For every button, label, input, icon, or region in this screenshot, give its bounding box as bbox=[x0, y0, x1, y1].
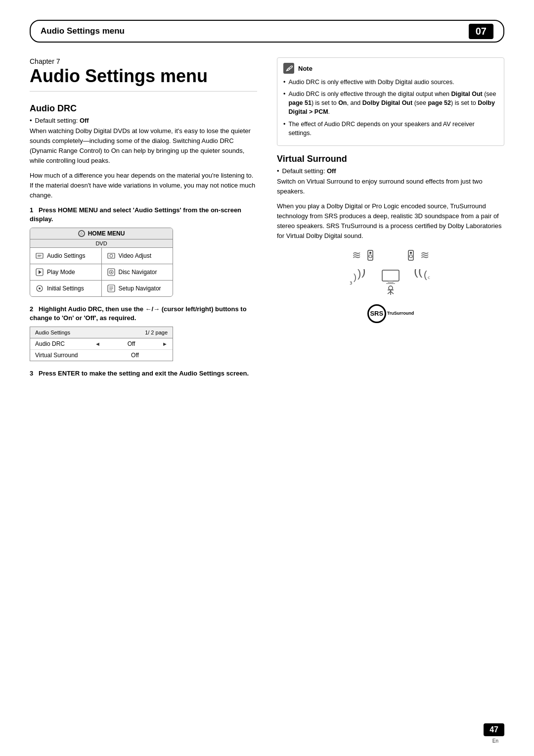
arrow-right-audio-drc: ► bbox=[162, 341, 168, 347]
listener-icon bbox=[378, 269, 403, 296]
play-mode-icon bbox=[35, 268, 44, 277]
svg-point-9 bbox=[110, 271, 112, 273]
table-header-label: Audio Settings bbox=[35, 330, 70, 335]
left-column: Chapter 7 Audio Settings menu Audio DRC … bbox=[30, 57, 257, 382]
menu-item-audio-settings[interactable]: Audio Settings bbox=[30, 248, 101, 264]
svg-line-32 bbox=[391, 291, 394, 294]
svg-text:ᶜ: ᶜ bbox=[428, 275, 430, 283]
svg-text:): ) bbox=[354, 272, 356, 282]
svg-marker-6 bbox=[39, 270, 42, 274]
right-speaker-group: ≋ bbox=[400, 246, 429, 264]
disc-navigator-icon bbox=[107, 268, 116, 277]
svg-rect-27 bbox=[388, 281, 393, 283]
header-title: Audio Settings menu bbox=[41, 26, 125, 36]
illus-top-row: ≋ ≋ bbox=[352, 246, 429, 264]
audio-drc-body2: How much of a difference you hear depend… bbox=[30, 171, 257, 200]
virtual-surround-default: Default setting: Off bbox=[277, 167, 504, 175]
arrow-left-audio-drc: ◄ bbox=[95, 341, 100, 347]
audio-drc-row-label: Audio DRC bbox=[35, 340, 93, 347]
virtual-surround-row-label: Virtual Surround bbox=[35, 352, 100, 359]
note-label: Note bbox=[298, 65, 312, 72]
svg-point-4 bbox=[110, 254, 113, 257]
srs-logo-container: SRS TruSurround bbox=[367, 304, 414, 323]
menu-item-setup-navigator[interactable]: Setup Navigator bbox=[102, 281, 173, 296]
svg-text:): ) bbox=[357, 269, 360, 280]
step1-label: 1 Press HOME MENU and select 'Audio Sett… bbox=[30, 206, 257, 224]
menu-item-initial-settings[interactable]: Initial Settings bbox=[30, 281, 101, 296]
svg-text:): ) bbox=[361, 269, 365, 278]
srs-circle: SRS bbox=[367, 304, 386, 323]
menu-item-disc-navigator[interactable]: Disc Navigator bbox=[102, 264, 173, 280]
illus-bottom-row: ₃ ) ) ) bbox=[349, 269, 433, 296]
virtual-surround-body2: When you play a Dolby Digital or Pro Log… bbox=[277, 201, 504, 241]
trusurround-label: TruSurround bbox=[387, 311, 414, 316]
svg-rect-26 bbox=[382, 270, 399, 281]
page-number: 47 bbox=[484, 723, 504, 736]
right-sound-waves: ≋ bbox=[420, 249, 429, 262]
table-row-audio-drc: Audio DRC ◄ Off ► bbox=[30, 338, 173, 350]
page-lang: En bbox=[492, 738, 498, 744]
header-number: 07 bbox=[469, 24, 493, 39]
table-row-virtual-surround: Virtual Surround Off bbox=[30, 350, 173, 361]
setup-navigator-icon bbox=[107, 284, 116, 293]
home-menu-title: ⌂ HOME MENU bbox=[30, 228, 173, 239]
virtual-surround-row-value: Off bbox=[102, 352, 168, 359]
audio-settings-table: Audio Settings 1/ 2 page Audio DRC ◄ Off… bbox=[30, 327, 173, 361]
chapter-label: Chapter 7 bbox=[30, 57, 257, 65]
step2-label: 2 Highlight Audio DRC, then use the ←/→ … bbox=[30, 305, 257, 323]
step3-label: 3 Press ENTER to make the setting and ex… bbox=[30, 369, 257, 378]
note-bullet-3: The effect of Audio DRC depends on your … bbox=[283, 120, 498, 138]
svg-rect-0 bbox=[36, 253, 43, 258]
note-bullet-2: Audio DRC is only effective through the … bbox=[283, 90, 498, 116]
virtual-surround-heading: Virtual Surround bbox=[277, 154, 504, 164]
audio-settings-icon bbox=[35, 251, 44, 260]
note-header: 🖊 Note bbox=[283, 63, 498, 74]
right-speaker-icon bbox=[400, 246, 418, 264]
home-menu-diagram: ⌂ HOME MENU DVD Audio Settings Video Adj… bbox=[30, 228, 173, 297]
left-speaker-group: ≋ bbox=[352, 246, 381, 264]
header-bar: Audio Settings menu 07 bbox=[30, 20, 504, 43]
svg-point-29 bbox=[389, 286, 393, 290]
svg-rect-28 bbox=[386, 283, 395, 284]
left-sound-waves: ≋ bbox=[352, 249, 361, 262]
surround-right-icon: (( ( ᶜ bbox=[413, 269, 433, 296]
svg-rect-17 bbox=[369, 252, 371, 254]
default-setting: Default setting: Off bbox=[30, 117, 257, 124]
svg-point-18 bbox=[369, 255, 372, 258]
surround-left-icon: ₃ ) ) ) bbox=[349, 269, 368, 296]
chapter-title: Audio Settings menu bbox=[30, 66, 257, 92]
home-menu-grid: Audio Settings Video Adjust Play Mode bbox=[30, 248, 173, 296]
table-header-page: 1/ 2 page bbox=[145, 330, 168, 335]
srs-logo: SRS TruSurround bbox=[367, 304, 414, 323]
virtual-surround-body1: Switch on Virtual Surround to enjoy surr… bbox=[277, 177, 504, 196]
menu-item-video-adjust[interactable]: Video Adjust bbox=[102, 248, 173, 264]
right-column: 🖊 Note Audio DRC is only effective with … bbox=[277, 57, 504, 382]
svg-text:((: (( bbox=[414, 269, 423, 278]
audio-drc-heading: Audio DRC bbox=[30, 103, 257, 114]
note-box: 🖊 Note Audio DRC is only effective with … bbox=[277, 57, 504, 146]
svg-line-31 bbox=[388, 291, 391, 294]
svg-point-11 bbox=[39, 287, 41, 289]
audio-drc-row-value: Off bbox=[102, 340, 160, 347]
audio-drc-body1: When watching Dolby Digital DVDs at low … bbox=[30, 126, 257, 166]
virtual-surround-illustration: ≋ ≋ bbox=[277, 246, 504, 323]
video-adjust-icon bbox=[107, 251, 116, 260]
note-icon: 🖊 bbox=[283, 63, 294, 74]
home-icon: ⌂ bbox=[78, 230, 85, 237]
svg-point-21 bbox=[409, 255, 412, 258]
home-menu-subtitle: DVD bbox=[30, 239, 173, 248]
initial-settings-icon bbox=[35, 284, 44, 293]
menu-item-play-mode[interactable]: Play Mode bbox=[30, 264, 101, 280]
audio-settings-table-header: Audio Settings 1/ 2 page bbox=[30, 327, 173, 338]
main-content: Chapter 7 Audio Settings menu Audio DRC … bbox=[30, 57, 504, 382]
note-bullet-1: Audio DRC is only effective with Dolby D… bbox=[283, 78, 498, 87]
svg-rect-20 bbox=[410, 252, 412, 254]
left-speaker-icon bbox=[363, 246, 381, 264]
svg-text:₃: ₃ bbox=[350, 278, 352, 285]
svg-text:(: ( bbox=[424, 269, 427, 280]
